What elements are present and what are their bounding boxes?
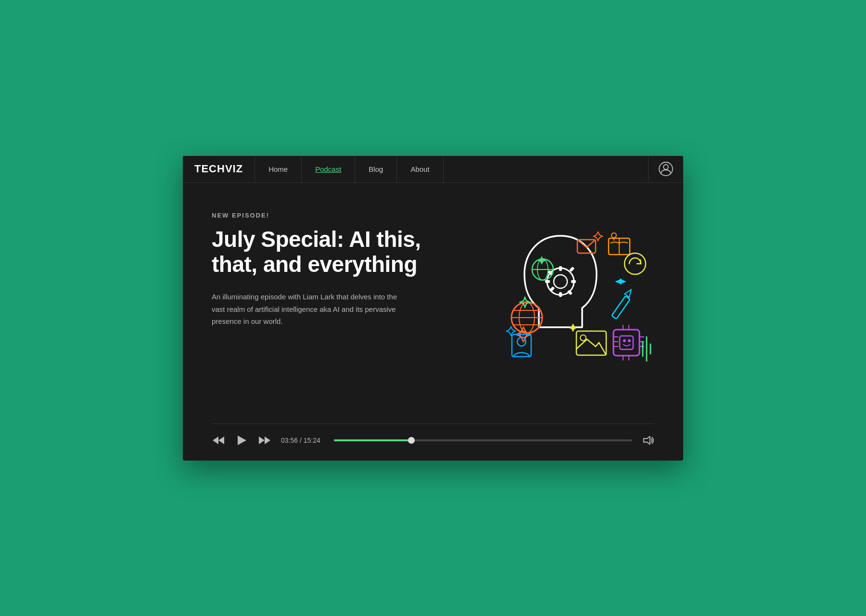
svg-marker-49	[213, 436, 218, 444]
user-icon	[658, 161, 674, 177]
svg-point-3	[554, 275, 567, 288]
nav-about[interactable]: About	[397, 156, 443, 182]
svg-point-30	[623, 339, 626, 342]
volume-button[interactable]	[642, 434, 654, 447]
time-display: 03:56 / 15:24	[281, 436, 324, 444]
volume-icon	[642, 434, 654, 447]
svg-rect-6	[545, 280, 550, 283]
episode-description: An illuminating episode with Liam Lark t…	[212, 291, 404, 328]
user-profile-button[interactable]	[649, 156, 683, 182]
browser-window: TECHVIZ Home Podcast Blog About NEW EPIS…	[183, 156, 683, 461]
svg-point-31	[628, 339, 631, 342]
svg-rect-5	[559, 292, 562, 297]
hero-text: NEW EPISODE! July Special: AI this, that…	[212, 207, 452, 328]
nav-blog[interactable]: Blog	[355, 156, 397, 182]
svg-point-25	[624, 253, 646, 274]
audio-player: 03:56 / 15:24	[183, 424, 683, 461]
navbar: TECHVIZ Home Podcast Blog About	[183, 156, 683, 183]
svg-rect-29	[620, 336, 633, 349]
svg-rect-4	[559, 266, 562, 271]
progress-fill	[334, 439, 411, 441]
nav-links: Home Podcast Blog About	[255, 156, 649, 182]
progress-bar[interactable]	[334, 439, 632, 441]
svg-marker-52	[259, 436, 265, 444]
progress-thumb	[408, 437, 415, 444]
episode-title: July Special: AI this, that, and everyth…	[212, 227, 452, 278]
nav-podcast[interactable]: Podcast	[302, 156, 355, 182]
rewind-button[interactable]	[212, 434, 225, 447]
play-button[interactable]	[235, 434, 248, 447]
svg-point-1	[663, 165, 668, 169]
episode-label: NEW EPISODE!	[212, 212, 452, 219]
rewind-icon	[212, 434, 225, 447]
svg-rect-9	[567, 290, 573, 295]
svg-marker-53	[265, 436, 270, 444]
svg-point-23	[611, 233, 616, 238]
play-icon	[235, 434, 248, 447]
fastforward-button[interactable]	[258, 434, 271, 447]
svg-rect-26	[611, 296, 630, 319]
svg-marker-50	[218, 436, 224, 444]
svg-point-43	[580, 335, 586, 341]
nav-spacer	[444, 156, 649, 182]
illustration-svg	[471, 207, 654, 380]
svg-rect-7	[571, 280, 576, 283]
nav-home[interactable]: Home	[255, 156, 302, 182]
hero-illustration	[471, 207, 654, 380]
svg-marker-51	[238, 436, 246, 445]
svg-rect-28	[613, 330, 639, 356]
svg-marker-27	[624, 288, 633, 297]
hero-section: NEW EPISODE! July Special: AI this, that…	[183, 183, 683, 424]
fastforward-icon	[258, 434, 271, 447]
brand-logo[interactable]: TECHVIZ	[183, 156, 255, 182]
svg-marker-54	[644, 436, 650, 444]
